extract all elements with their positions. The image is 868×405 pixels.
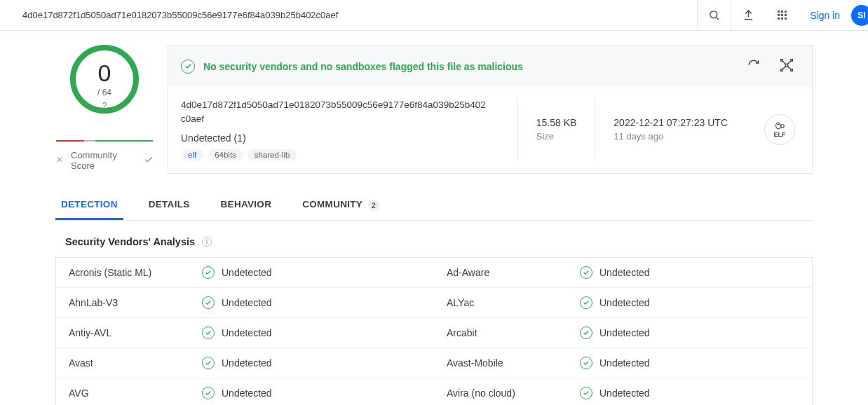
refresh-icon <box>747 59 760 71</box>
vendor-name: ALYac <box>447 297 580 308</box>
svg-line-20 <box>782 61 785 64</box>
upload-icon <box>742 9 754 21</box>
vendor-name: AhnLab-V3 <box>69 297 202 308</box>
undetected-check-icon <box>202 327 215 339</box>
filetype-badge: ELF <box>764 114 795 145</box>
vendor-verdict: Undetected <box>202 357 272 369</box>
vendor-row: Antiy-AVLUndetectedArcabitUndetected <box>56 318 812 348</box>
undetected-check-icon <box>580 266 592 279</box>
reanalyze-button[interactable] <box>742 56 766 76</box>
svg-rect-9 <box>785 14 787 16</box>
undetected-check-icon <box>580 357 592 369</box>
vendor-cell: Ad-AwareUndetected <box>434 258 812 287</box>
vendor-verdict: Undetected <box>202 296 272 309</box>
tabs: DETECTION DETAILS BEHAVIOR COMMUNITY 2 <box>55 192 813 220</box>
vendors-table: Acronis (Static ML)UndetectedAd-AwareUnd… <box>55 257 813 405</box>
vendor-row: Acronis (Static ML)UndetectedAd-AwareUnd… <box>56 258 812 288</box>
tab-detection[interactable]: DETECTION <box>55 192 123 219</box>
undetected-check-icon <box>202 357 215 369</box>
x-icon <box>55 156 64 166</box>
vendor-verdict: Undetected <box>580 357 650 369</box>
vendor-cell: ALYacUndetected <box>434 288 812 317</box>
safety-banner: No security vendors and no sandboxes fla… <box>168 46 812 87</box>
search-icon <box>708 9 720 21</box>
vendor-row: AvastUndetectedAvast-MobileUndetected <box>56 348 812 378</box>
undetected-check-icon <box>580 296 592 309</box>
svg-rect-4 <box>778 11 780 13</box>
apps-button[interactable] <box>765 0 799 31</box>
svg-rect-8 <box>781 14 783 16</box>
svg-rect-16 <box>781 60 783 62</box>
vendor-cell: Acronis (Static ML)Undetected <box>56 258 434 287</box>
vendor-name: Acronis (Static ML) <box>69 267 202 278</box>
upload-button[interactable] <box>731 0 765 31</box>
vendor-cell: AVGUndetected <box>56 378 434 405</box>
signin-link[interactable]: Sign in <box>799 10 851 21</box>
vendor-cell: Avira (no cloud)Undetected <box>434 378 812 405</box>
undetected-check-icon <box>580 327 592 339</box>
tab-community[interactable]: COMMUNITY 2 <box>297 192 385 219</box>
vendor-cell: Antiy-AVLUndetected <box>56 318 434 348</box>
vendor-verdict: Undetected <box>202 327 272 339</box>
info-icon[interactable]: i <box>202 237 212 247</box>
tab-behavior[interactable]: BEHAVIOR <box>215 192 278 219</box>
svg-point-0 <box>710 11 717 18</box>
undetected-check-icon <box>580 387 592 399</box>
date-relative: 11 days ago <box>613 131 728 142</box>
tag-64bits[interactable]: 64bits <box>208 149 243 160</box>
svg-line-1 <box>717 18 719 20</box>
vendor-verdict: Undetected <box>580 266 650 279</box>
search-input[interactable] <box>22 10 689 20</box>
safe-check-icon <box>181 60 195 74</box>
section-header: Security Vendors' Analysis i <box>55 233 813 257</box>
vendor-verdict: Undetected <box>580 296 650 309</box>
graph-icon <box>780 58 794 72</box>
svg-rect-10 <box>778 18 780 20</box>
size-value: 15.58 KB <box>536 117 577 128</box>
score-denominator: / 64 <box>97 88 111 97</box>
vendor-cell: AvastUndetected <box>56 348 434 378</box>
svg-line-23 <box>788 67 791 69</box>
undetected-check-icon <box>202 387 215 399</box>
vendor-name: Antiy-AVL <box>69 327 202 338</box>
community-score: Community Score <box>55 150 154 171</box>
svg-rect-19 <box>791 69 793 71</box>
vendor-verdict: Undetected <box>202 387 272 399</box>
vendor-cell: ArcabitUndetected <box>434 318 812 348</box>
avatar[interactable]: SI <box>851 5 868 26</box>
vendor-name: Avira (no cloud) <box>447 387 580 399</box>
svg-rect-11 <box>781 18 783 20</box>
tags-row: elf 64bits shared-lib <box>181 149 503 160</box>
safety-message: No security vendors and no sandboxes fla… <box>203 61 523 72</box>
svg-rect-6 <box>785 11 787 13</box>
svg-point-26 <box>778 124 778 125</box>
apps-grid-icon <box>776 9 788 21</box>
vendor-verdict: Undetected <box>202 266 272 279</box>
section-title: Security Vendors' Analysis <box>65 236 195 247</box>
svg-line-21 <box>788 61 791 64</box>
size-cell: 15.58 KB Size <box>517 98 595 160</box>
tab-details[interactable]: DETAILS <box>143 192 196 219</box>
file-hash: 4d0e17d872f1d5050ad71e0182073b55009c56e9… <box>181 98 489 125</box>
undetected-check-icon <box>202 266 215 279</box>
graph-button[interactable] <box>774 55 799 77</box>
score-unknown-marker: ? <box>102 101 107 111</box>
search-button[interactable] <box>698 0 731 31</box>
tab-community-label: COMMUNITY <box>302 199 362 210</box>
file-name: Undetected (1) <box>181 132 503 144</box>
vendor-verdict: Undetected <box>580 387 650 399</box>
score-numerator: 0 <box>98 61 111 85</box>
tag-elf[interactable]: elf <box>181 149 203 160</box>
vendor-verdict: Undetected <box>580 327 650 339</box>
vendor-name: Avast <box>69 357 202 369</box>
filetype-label: ELF <box>774 131 786 138</box>
size-label: Size <box>536 131 577 142</box>
community-score-label: Community Score <box>71 150 137 171</box>
undetected-check-icon <box>202 296 215 309</box>
score-bar <box>56 140 153 142</box>
vendor-cell: Avast-MobileUndetected <box>434 348 812 378</box>
tag-shared-lib[interactable]: shared-lib <box>247 149 297 160</box>
svg-point-27 <box>779 124 780 125</box>
summary-card: No security vendors and no sandboxes fla… <box>168 45 813 174</box>
vendor-row: AVGUndetectedAvira (no cloud)Undetected <box>56 378 812 405</box>
